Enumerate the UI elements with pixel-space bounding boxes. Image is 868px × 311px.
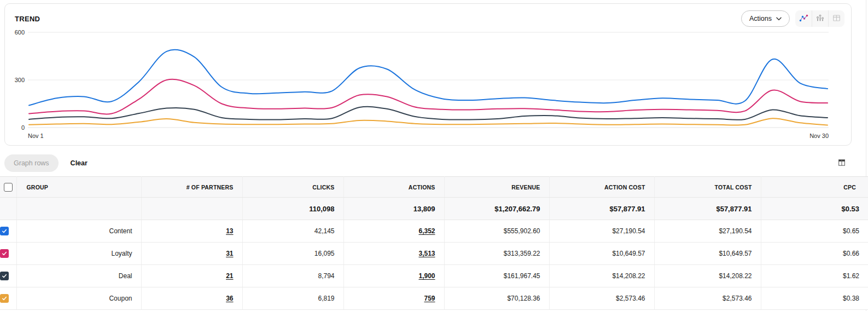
cell-actions: 1,900 bbox=[343, 265, 444, 287]
cell-action-cost: $10,649.57 bbox=[549, 243, 654, 265]
chevron-down-icon bbox=[776, 15, 782, 22]
totals-revenue: $1,207,662.79 bbox=[444, 198, 549, 220]
partners-link[interactable]: 31 bbox=[226, 250, 233, 257]
totals-actions: 13,809 bbox=[343, 198, 444, 220]
table-row-coupon: Coupon 36 6,819 759 $70,128.36 $2,573.46… bbox=[0, 287, 868, 310]
line-chart-view-button[interactable] bbox=[795, 10, 812, 27]
row-checkbox[interactable] bbox=[0, 227, 9, 235]
cell-partners: 31 bbox=[141, 243, 242, 265]
actions-link[interactable]: 759 bbox=[424, 295, 435, 302]
cell-clicks: 6,819 bbox=[242, 287, 343, 310]
cell-clicks: 16,095 bbox=[242, 243, 343, 265]
totals-cpc: $0.53 bbox=[761, 198, 868, 220]
col-header-group[interactable]: GROUP bbox=[16, 177, 141, 198]
cell-total-cost: $10,649.57 bbox=[654, 243, 761, 265]
cell-group: Loyalty bbox=[16, 243, 141, 265]
cell-revenue: $555,902.60 bbox=[444, 220, 549, 243]
cell-cpc: $0.65 bbox=[761, 220, 868, 243]
clear-button[interactable]: Clear bbox=[71, 159, 88, 167]
view-switcher bbox=[795, 10, 844, 27]
y-tick-300: 300 bbox=[15, 77, 25, 83]
partners-link[interactable]: 36 bbox=[226, 295, 233, 302]
actions-button[interactable]: Actions bbox=[741, 10, 790, 27]
cell-action-cost: $14,208.22 bbox=[549, 265, 654, 287]
cell-group: Content bbox=[16, 220, 141, 243]
groups-table: GROUP # OF PARTNERS CLICKS ACTIONS REVEN… bbox=[0, 176, 868, 310]
cell-total-cost: $14,208.22 bbox=[654, 265, 761, 287]
x-label-start: Nov 1 bbox=[28, 133, 44, 139]
bar-chart-view-button[interactable] bbox=[812, 10, 828, 27]
col-header-revenue[interactable]: REVENUE bbox=[444, 177, 549, 198]
chart-series bbox=[29, 50, 828, 125]
actions-link[interactable]: 6,352 bbox=[418, 227, 435, 235]
cell-partners: 21 bbox=[141, 265, 242, 287]
cell-revenue: $70,128.36 bbox=[444, 287, 549, 310]
totals-partners bbox=[141, 198, 242, 220]
bar-chart-icon bbox=[815, 14, 825, 24]
row-checkbox-cell bbox=[0, 243, 16, 265]
chart-gridlines bbox=[28, 32, 829, 128]
actions-button-label: Actions bbox=[749, 15, 772, 22]
x-label-end: Nov 30 bbox=[809, 133, 829, 139]
col-header-clicks[interactable]: CLICKS bbox=[242, 177, 343, 198]
col-header-total-cost[interactable]: TOTAL COST bbox=[654, 177, 761, 198]
cell-group: Deal bbox=[16, 265, 141, 287]
chart-controls: Actions bbox=[741, 10, 844, 27]
y-tick-600: 600 bbox=[15, 29, 25, 36]
cell-revenue: $161,967.45 bbox=[444, 265, 549, 287]
col-header-action-cost[interactable]: ACTION COST bbox=[549, 177, 654, 198]
col-header-cpc[interactable]: CPC bbox=[761, 177, 868, 198]
cell-actions: 3,513 bbox=[343, 243, 444, 265]
cell-partners: 13 bbox=[141, 220, 242, 243]
partners-link[interactable]: 21 bbox=[226, 272, 233, 280]
table-row-deal: Deal 21 8,794 1,900 $161,967.45 $14,208.… bbox=[0, 265, 868, 287]
cell-cpc: $0.66 bbox=[761, 243, 868, 265]
table-grid-icon bbox=[832, 14, 841, 24]
cell-partners: 36 bbox=[141, 287, 242, 310]
totals-clicks: 110,098 bbox=[242, 198, 343, 220]
series-line-content bbox=[29, 50, 828, 106]
line-chart-icon bbox=[799, 14, 808, 24]
row-checkbox-cell bbox=[0, 287, 16, 310]
select-all-cell bbox=[0, 177, 16, 198]
page-title: TREND bbox=[15, 15, 40, 23]
totals-checkbox-cell bbox=[0, 198, 16, 220]
cell-actions: 759 bbox=[343, 287, 444, 310]
trend-card-header: TREND Actions bbox=[15, 10, 844, 27]
table-header-row: GROUP # OF PARTNERS CLICKS ACTIONS REVEN… bbox=[0, 177, 868, 198]
partners-link[interactable]: 13 bbox=[226, 227, 233, 235]
row-checkbox-cell bbox=[0, 265, 16, 287]
select-all-checkbox[interactable] bbox=[4, 183, 13, 192]
trend-chart: 600 300 0 Nov 1 Nov 30 bbox=[5, 27, 851, 144]
row-checkbox[interactable] bbox=[0, 249, 9, 258]
cell-action-cost: $2,573.46 bbox=[549, 287, 654, 310]
totals-group-cell bbox=[16, 198, 141, 220]
y-tick-0: 0 bbox=[21, 124, 25, 131]
row-checkbox[interactable] bbox=[0, 272, 9, 280]
column-settings-icon bbox=[837, 160, 846, 169]
cell-action-cost: $27,190.54 bbox=[549, 220, 654, 243]
cell-total-cost: $27,190.54 bbox=[654, 220, 761, 243]
row-checkbox[interactable] bbox=[0, 294, 9, 303]
actions-link[interactable]: 3,513 bbox=[418, 250, 435, 257]
cell-group: Coupon bbox=[16, 287, 141, 310]
actions-link[interactable]: 1,900 bbox=[418, 272, 435, 280]
table-row-loyalty: Loyalty 31 16,095 3,513 $313,359.22 $10,… bbox=[0, 243, 868, 265]
totals-row: 110,098 13,809 $1,207,662.79 $57,877.91 … bbox=[0, 198, 868, 220]
trend-card: TREND Actions bbox=[4, 3, 852, 146]
cell-total-cost: $2,573.46 bbox=[654, 287, 761, 310]
table-toolbar: Graph rows Clear bbox=[4, 154, 864, 172]
series-line-coupon bbox=[29, 118, 828, 125]
table-row-content: Content 13 42,145 6,352 $555,902.60 $27,… bbox=[0, 220, 868, 243]
row-checkbox-cell bbox=[0, 220, 16, 243]
graph-rows-button[interactable]: Graph rows bbox=[4, 154, 59, 172]
col-header-partners[interactable]: # OF PARTNERS bbox=[141, 177, 242, 198]
cell-clicks: 42,145 bbox=[242, 220, 343, 243]
cell-cpc: $0.38 bbox=[761, 287, 868, 310]
table-view-button[interactable] bbox=[828, 10, 844, 27]
cell-cpc: $1.62 bbox=[761, 265, 868, 287]
column-settings-button[interactable] bbox=[836, 158, 847, 169]
col-header-actions[interactable]: ACTIONS bbox=[343, 177, 444, 198]
totals-total-cost: $57,877.91 bbox=[654, 198, 761, 220]
cell-revenue: $313,359.22 bbox=[444, 243, 549, 265]
